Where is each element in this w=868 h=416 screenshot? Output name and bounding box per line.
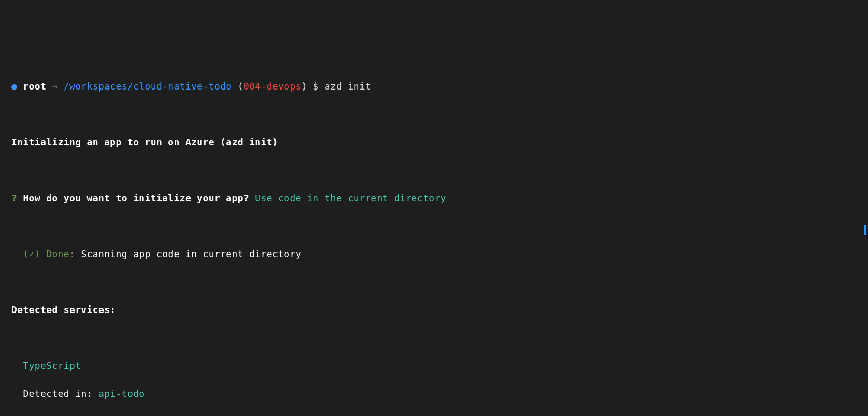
prompt-user: root xyxy=(23,81,46,92)
prompt-branch: 004-devops xyxy=(243,81,301,92)
terminal-output[interactable]: ● root → /workspaces/cloud-native-todo (… xyxy=(11,65,857,416)
scrollbar-indicator-icon xyxy=(864,225,866,235)
detected-services-header: Detected services: xyxy=(11,304,116,315)
scan-text: Scanning app code in current directory xyxy=(81,248,301,259)
prompt-bullet-icon: ● xyxy=(11,81,17,92)
done-label: Done: xyxy=(46,248,75,259)
q1-text: How do you want to initialize your app? xyxy=(23,192,249,203)
question-mark-icon: ? xyxy=(11,192,17,203)
prompt-line: ● root → /workspaces/cloud-native-todo (… xyxy=(11,79,857,93)
check-open-paren: ( xyxy=(23,248,28,259)
detected-in-label: Detected in: xyxy=(23,388,92,399)
prompt-symbol: $ xyxy=(313,81,319,92)
branch-open-paren: ( xyxy=(238,81,243,92)
check-icon: ✓ xyxy=(29,248,35,259)
command-text: azd init xyxy=(325,81,371,92)
check-close-paren: ) xyxy=(35,248,40,259)
init-header: Initializing an app to run on Azure (azd… xyxy=(11,137,278,147)
q1-answer: Use code in the current directory xyxy=(255,192,446,203)
prompt-path: /workspaces/cloud-native-todo xyxy=(64,81,232,92)
service-language: TypeScript xyxy=(23,360,81,371)
branch-close-paren: ) xyxy=(301,81,307,92)
arrow-icon: → xyxy=(52,81,57,92)
detected-in-value: api-todo xyxy=(98,388,145,399)
